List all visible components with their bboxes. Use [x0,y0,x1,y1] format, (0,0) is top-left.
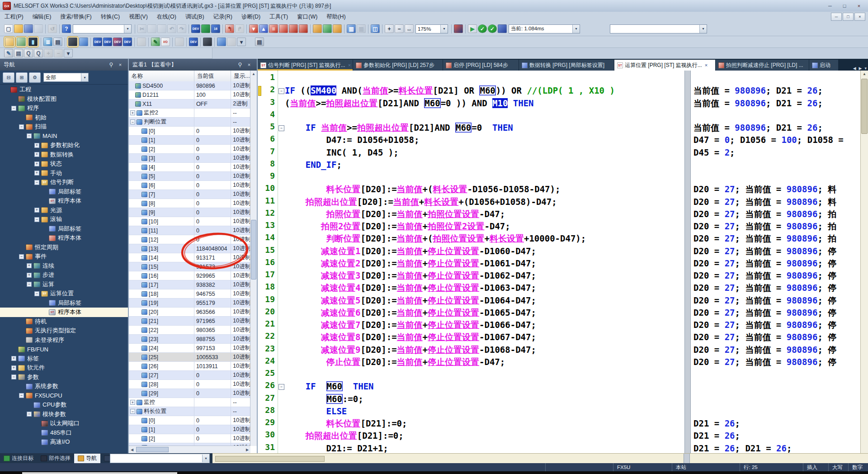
watch-row[interactable]: [27]010进制 [129,371,250,380]
chevron-down-icon[interactable]: ▾ [202,455,209,462]
watch-row[interactable]: [7]010进制 [129,190,250,199]
code-line[interactable]: 减速位置6[D20]:=当前值+停止位置设置-D1065-D47; [285,307,684,319]
code-line[interactable] [285,171,684,183]
zoom-fit-icon[interactable]: ↔ [405,24,414,33]
scroll-thumb[interactable] [215,456,325,462]
tree-item-参数[interactable]: −参数 [0,373,128,382]
close-icon[interactable]: × [348,62,351,68]
watch-row[interactable]: [23]98875510进制 [129,335,250,344]
watch-row[interactable]: [0]010进制 [129,416,250,425]
collapse-icon[interactable]: − [27,412,32,417]
tab-数据转换 [PRG] [局部标签设置][interactable]: 数据转换 [PRG] [局部标签设置] [519,60,614,71]
scan-time-combo[interactable]: 当前: 1.084ms▾ [509,24,580,33]
menu-视图[interactable]: 视图(V) [124,12,152,22]
close-icon[interactable]: × [116,61,124,68]
dock-tab-连接目标[interactable]: 连接目标 [0,454,37,463]
tree-display-icon[interactable]: ⊟ [3,72,14,83]
tab-启停 [PRG] [LD] 584步[interactable]: 启停 [PRG] [LD] 584步 [443,60,519,71]
code-line[interactable]: (当前值>=拍照超出位置[D21]AND M60=0 )) AND M10 TH… [285,97,684,109]
code-line[interactable]: IF ((SM400 AND(当前值>=料长位置[D21] OR M60)) O… [285,85,684,97]
collapse-icon[interactable]: − [130,409,135,414]
code-line[interactable]: 停止位置[D20]:=当前值+停止位置设置-D47; [285,356,684,368]
tree-item-参数初始化[interactable]: +参数初始化 [0,141,128,150]
code-line[interactable] [285,109,684,122]
code-line[interactable]: INC( 1, D45 ); [285,147,684,159]
device-display-icon[interactable]: DEV [189,38,198,46]
tree-item-滚轴[interactable]: −滚轴 [0,215,128,224]
copy-icon[interactable] [147,24,156,33]
code-line[interactable]: IF 当前值>=拍照超出位置[D21]AND M60=0 THEN [285,122,684,134]
tree-item-系统参数[interactable]: −系统参数 [0,382,128,391]
tree-item-状态[interactable]: +状态 [0,159,128,169]
chevron-down-icon[interactable]: ▾ [699,25,707,33]
watch-row[interactable]: D121110010进制 [129,90,250,100]
scroll-thumb[interactable] [251,220,256,280]
expand-icon[interactable]: + [27,263,32,268]
tree-item-FB/FUN[interactable]: −FB/FUN [0,345,128,354]
device-search-icon[interactable] [203,38,212,46]
st-editor[interactable]: 1234567891011121314151617181920212223242… [258,71,868,453]
program-convert-icon[interactable] [323,24,332,33]
window-tile-icon[interactable]: ▥ [357,24,366,33]
watch-row[interactable]: +监控2-- [129,109,250,118]
collapse-icon[interactable]: − [130,119,135,124]
cut-icon[interactable]: ✂ [137,24,146,33]
tree-item-信号判断[interactable]: −ST信号判断 [0,178,128,187]
column-header-0[interactable]: 名称 [129,71,194,81]
code-line[interactable]: D21:= D21+1; [285,442,684,454]
redo-icon[interactable]: ↷ [177,24,186,33]
watch-row[interactable]: [0]010进制 [129,127,250,136]
tree-item-485串口[interactable]: −485串口 [0,428,128,438]
tree-item-以太网端口[interactable]: −以太网端口 [0,419,128,428]
tab-参数初始化 [PRG] [LD] 257步[interactable]: 参数初始化 [PRG] [LD] 257步 [353,60,443,71]
monitor-window-icon[interactable]: ▤ [255,38,264,46]
tab-scroll-left-icon[interactable]: ◀ [852,66,858,71]
collapse-icon[interactable]: − [11,106,16,111]
watch-row[interactable]: [24]99715310进制 [129,344,250,353]
module-config-icon[interactable] [17,38,26,46]
dock-tab-部件选择[interactable]: 部件选择 [37,454,74,463]
code-line[interactable] [285,368,684,380]
tree-item-数据转换[interactable]: +数据转换 [0,150,128,160]
child-restore-button[interactable]: □ [843,13,854,21]
tree-item-运算位置[interactable]: −ST运算位置 [0,289,128,299]
find-result-icon[interactable] [79,38,88,46]
watch-row[interactable]: [20]96356610进制 [129,308,250,317]
zoom-out-icon[interactable]: − [395,24,404,33]
tree-item-运算[interactable]: −运算 [0,280,128,289]
code-line[interactable] [285,72,684,85]
tree-item-CPU参数[interactable]: −CPU参数 [0,400,128,410]
expand-icon[interactable]: + [130,400,135,405]
tree-collapse-icon[interactable]: ⊞ [16,72,28,83]
scroll-thumb[interactable] [861,79,868,134]
menu-记录[interactable]: 记录(R) [209,12,237,22]
collapse-icon[interactable]: − [34,180,39,185]
code-line[interactable]: D47:= D1056+D1058; [285,134,684,146]
watch-row[interactable]: [9]010进制 [129,208,250,217]
menu-工具[interactable]: 工具(T) [265,12,292,22]
maximize-button[interactable]: □ [837,1,852,11]
column-header-1[interactable]: 当前值 [194,71,231,81]
device-comment-icon[interactable]: DEV [93,38,102,46]
watch-row[interactable]: X11OFF2进制 [129,100,250,109]
code-line[interactable]: 减速位置3[D20]:=当前值+停止位置设置-D1062-D47; [285,270,684,282]
history-icon[interactable]: ↺ [48,24,57,33]
io-assignment-icon[interactable]: I/O [161,38,170,46]
undo-icon[interactable]: ↶ [167,24,176,33]
tree-item-MAIN[interactable]: −MAIN [0,132,128,141]
collapse-icon[interactable]: − [11,374,16,379]
fold-collapse-icon[interactable]: − [278,384,284,390]
program-gray-icon[interactable] [137,38,146,46]
tree-item-软元件[interactable]: +软元件 [0,363,128,373]
watch-row[interactable]: +监控-- [129,398,250,407]
code-line[interactable]: 拍照超出位置[D20]:=当前值+料长设置+(D1056+D1058)-D47; [285,196,684,208]
expand-icon[interactable]: + [34,208,39,213]
tab-信号判断 [PRG] [ST] 监视执行...[interactable]: ST信号判断 [PRG] [ST] 监视执行...× [258,60,353,71]
unit-setting-icon[interactable]: ▮ [28,38,38,46]
tree-item-手动[interactable]: +手动 [0,169,128,178]
watch-row[interactable]: [16]92996510进制 [129,271,250,280]
scroll-up-icon[interactable]: ▲ [250,71,257,77]
tree-item-恒定周期[interactable]: −恒定周期 [0,243,128,252]
expand-icon[interactable]: + [34,171,39,175]
watch-list-icon[interactable]: ▤ [53,38,62,46]
